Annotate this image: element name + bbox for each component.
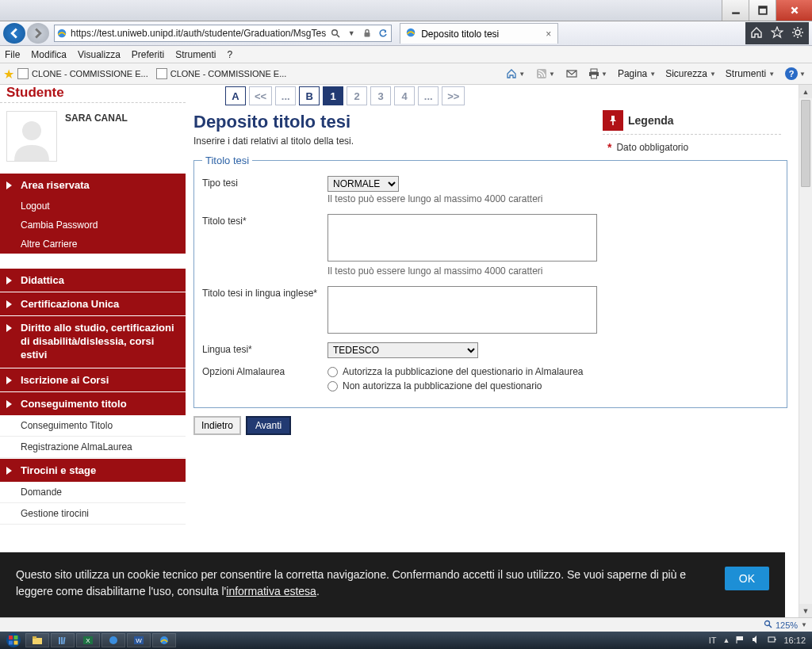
wizard-step-2[interactable]: 2 [347, 86, 367, 105]
radio-autorizza[interactable]: Autorizza la pubblicazione del questiona… [327, 365, 779, 379]
titolo-tesi-hint: Il testo può essere lungo al massimo 400… [327, 264, 779, 280]
window-minimize-button[interactable] [722, 0, 749, 21]
tray-clock[interactable]: 16:12 [783, 636, 806, 645]
wizard-step-a[interactable]: A [225, 86, 246, 105]
scroll-down-icon[interactable]: ▼ [799, 604, 812, 617]
address-bar[interactable]: https://test.uniweb.unipd.it/auth/studen… [54, 25, 392, 42]
home-icon[interactable] [750, 26, 763, 41]
refresh-icon[interactable] [375, 25, 391, 41]
favorites-star-icon[interactable] [771, 26, 783, 41]
wizard-step-4[interactable]: 4 [394, 86, 415, 105]
taskbar-library-icon[interactable] [51, 633, 75, 647]
page-content: Studente SARA CANAL Area riservata Logou… [0, 85, 799, 617]
cmd-feeds-icon[interactable]: ▼ [533, 67, 558, 81]
status-bar: 125% ▼ [0, 617, 812, 632]
zoom-icon[interactable] [764, 620, 772, 630]
menu-strumenti[interactable]: Strumenti [175, 49, 216, 60]
tools-gear-icon[interactable] [791, 26, 804, 41]
asterisk-icon: * [607, 141, 611, 154]
tray-flag-icon[interactable] [736, 635, 745, 646]
svg-rect-45 [737, 636, 743, 640]
svg-rect-47 [768, 637, 775, 642]
sidebar-cambia-password[interactable]: Cambia Password [0, 216, 186, 235]
add-favorite-icon[interactable]: ★ [3, 67, 14, 82]
svg-line-17 [794, 35, 795, 36]
search-icon[interactable] [327, 25, 343, 41]
taskbar-word-icon[interactable]: W [127, 633, 151, 647]
svg-rect-2 [759, 6, 767, 9]
taskbar-explorer-icon[interactable] [25, 633, 49, 647]
zoom-dropdown-icon[interactable]: ▼ [801, 621, 807, 628]
svg-line-18 [801, 29, 802, 30]
nav-forward-button[interactable] [27, 23, 49, 44]
sidebar-logout[interactable]: Logout [0, 197, 186, 216]
svg-rect-22 [591, 69, 597, 72]
tray-chevron-up-icon[interactable]: ▲ [723, 636, 730, 644]
sidebar-didattica[interactable]: Didattica [0, 268, 186, 292]
wizard-prev[interactable]: << [249, 86, 272, 105]
taskbar-ie-icon[interactable] [152, 633, 176, 647]
svg-rect-48 [775, 639, 776, 640]
sidebar-area-riservata[interactable]: Area riservata [0, 173, 186, 197]
cmd-print-icon[interactable]: ▼ [585, 67, 611, 81]
menu-modifica[interactable]: Modifica [31, 49, 67, 60]
window-close-button[interactable] [776, 0, 812, 21]
opzioni-almalaurea-label: Opzioni Almalaurea [202, 365, 327, 377]
ie-favicon-icon [405, 27, 416, 40]
wizard-next[interactable]: >> [442, 86, 465, 105]
scroll-up-icon[interactable]: ▲ [799, 85, 812, 98]
sidebar-diritto-studio[interactable]: Diritto allo studio, certificazioni di d… [0, 315, 186, 368]
svg-rect-36 [59, 637, 60, 644]
sidebar-iscrizione-corsi[interactable]: Iscrizione ai Corsi [0, 368, 186, 391]
wizard-step-3[interactable]: 3 [370, 86, 391, 105]
cmd-home-icon[interactable]: ▼ [503, 67, 528, 81]
cmd-mail-icon[interactable] [563, 67, 580, 81]
nav-back-button[interactable] [3, 23, 25, 44]
cookie-banner: Questo sito utilizza un cookie tecnico p… [0, 552, 785, 617]
svg-rect-34 [33, 638, 42, 644]
wizard-step-b[interactable]: B [299, 86, 320, 105]
vertical-scrollbar[interactable]: ▲ ▼ [799, 85, 812, 617]
sidebar-heading: Studente [0, 85, 186, 103]
wizard-step-1[interactable]: 1 [323, 86, 343, 105]
avanti-button[interactable]: Avanti [246, 416, 291, 435]
browser-tab[interactable]: Deposito titolo tesi × [400, 23, 558, 44]
titolo-tesi-label: Titolo tesi* [202, 214, 327, 227]
start-button[interactable] [3, 632, 24, 648]
titolo-tesi-textarea[interactable] [327, 214, 597, 262]
tab-close-icon[interactable]: × [539, 29, 551, 40]
sidebar-altre-carriere[interactable]: Altre Carriere [0, 235, 186, 254]
legend-pin-icon [603, 110, 623, 131]
cookie-info-link[interactable]: informativa estesa [226, 585, 316, 597]
taskbar-app-icon[interactable] [102, 633, 125, 647]
cookie-ok-button[interactable]: OK [725, 567, 769, 590]
cmd-strumenti[interactable]: Strumenti▼ [723, 68, 777, 79]
sidebar-tirocini-stage[interactable]: Tirocini e stage [0, 458, 186, 482]
menu-visualizza[interactable]: Visualizza [78, 49, 121, 60]
cmd-help-icon[interactable]: ?▼ [782, 66, 809, 82]
favorite-link-1[interactable]: CLONE - COMMISSIONE E... [17, 68, 148, 79]
titolo-tesi-en-textarea[interactable] [327, 286, 597, 334]
menu-preferiti[interactable]: Preferiti [132, 49, 164, 60]
radio-non-autorizza[interactable]: Non autorizza la pubblicazione del quest… [327, 379, 779, 393]
menu-help[interactable]: ? [228, 49, 233, 60]
window-maximize-button[interactable] [749, 0, 776, 21]
taskbar-excel-icon[interactable]: X [76, 633, 100, 647]
tray-lang[interactable]: IT [709, 636, 717, 645]
sidebar-conseguimento-titolo-sub[interactable]: Conseguimento Titolo [0, 415, 186, 437]
sidebar-domande[interactable]: Domande [0, 482, 186, 503]
sidebar-certificazione-unica[interactable]: Certificaziona Unica [0, 292, 186, 315]
tray-battery-icon[interactable] [768, 635, 777, 646]
sidebar-gestione-tirocini[interactable]: Gestione tirocini [0, 503, 186, 525]
scroll-thumb[interactable] [801, 100, 810, 187]
menu-file[interactable]: File [5, 49, 20, 60]
lingua-tesi-select[interactable]: TEDESCO [327, 342, 478, 358]
cmd-sicurezza[interactable]: Sicurezza▼ [663, 68, 718, 79]
cmd-pagina[interactable]: Pagina▼ [615, 68, 658, 79]
tipo-tesi-select[interactable]: NORMALE [327, 176, 399, 192]
favorite-link-2[interactable]: CLONE - COMMISSIONE E... [156, 68, 287, 79]
indietro-button[interactable]: Indietro [193, 416, 241, 435]
tray-volume-icon[interactable] [752, 635, 761, 646]
sidebar-registrazione-almalaurea[interactable]: Registrazione AlmaLaurea [0, 437, 186, 458]
sidebar-conseguimento-titolo[interactable]: Conseguimento titolo [0, 391, 186, 415]
